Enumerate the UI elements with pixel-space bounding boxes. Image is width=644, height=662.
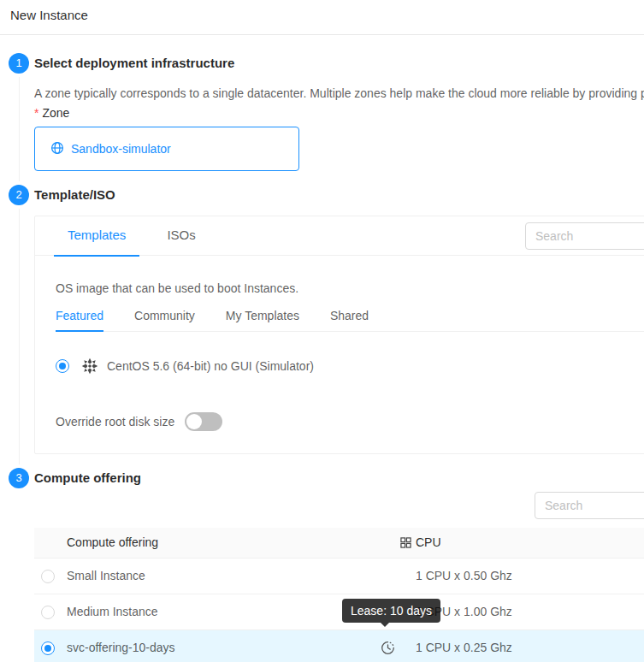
column-header-cpu: CPU xyxy=(400,535,441,549)
zone-card-sandbox-simulator[interactable]: Sandbox-simulator xyxy=(34,127,299,171)
offering-cpu: 1 CPU x 0.50 Ghz xyxy=(416,569,512,582)
compute-offering-table: Compute offering CPU Small Instance xyxy=(34,528,644,662)
toggle-knob xyxy=(186,414,202,429)
template-option-centos[interactable]: CentOS 5.6 (64-bit) no GUI (Simulator) xyxy=(56,358,644,375)
step-2-title: Template/ISO xyxy=(34,185,644,205)
filter-tab-shared[interactable]: Shared xyxy=(330,305,369,331)
template-tab-bar: Templates ISOs xyxy=(35,216,644,256)
offering-cpu: 1 CPU x 0.25 Ghz xyxy=(416,641,512,654)
step-template-iso: 2 Template/ISO Templates ISOs OS image t… xyxy=(9,185,644,468)
offering-name: Small Instance xyxy=(67,569,145,582)
table-header-row: Compute offering CPU xyxy=(34,528,644,559)
step-deployment-infrastructure: 1 Select deployment infrastructure A zon… xyxy=(9,53,644,185)
step-3-number-badge: 3 xyxy=(9,468,29,488)
clock-icon[interactable] xyxy=(381,641,395,655)
compute-offering-search-input[interactable] xyxy=(535,492,644,519)
offering-radio[interactable] xyxy=(41,641,55,655)
zone-description: A zone typically corresponds to a single… xyxy=(34,85,644,102)
table-row-medium-instance[interactable]: Medium Instance 1 CPU x 1.00 Ghz xyxy=(34,594,644,630)
step-connector-line xyxy=(19,77,20,181)
new-instance-page: New Instance 1 Select deployment infrast… xyxy=(0,0,644,662)
centos-logo-icon xyxy=(81,358,98,375)
step-compute-offering: 3 Compute offering Compute offering xyxy=(9,468,644,662)
column-header-compute-offering: Compute offering xyxy=(67,535,158,549)
step-1-title: Select deployment infrastructure xyxy=(34,53,644,74)
wizard-steps: 1 Select deployment infrastructure A zon… xyxy=(0,35,644,662)
template-radio[interactable] xyxy=(56,359,69,373)
template-search-input[interactable] xyxy=(525,222,644,250)
table-row-small-instance[interactable]: Small Instance 1 CPU x 0.50 Ghz xyxy=(34,559,644,594)
template-description: OS image that can be used to boot Instan… xyxy=(56,280,644,297)
table-row-svc-offering-10-days[interactable]: svc-offering-10-days 1 CPU x 0.25 Ghz xyxy=(34,630,644,662)
step-connector-line xyxy=(19,209,20,464)
zone-field-label: *Zone xyxy=(34,104,644,121)
offering-name: svc-offering-10-days xyxy=(67,641,175,654)
offering-name: Medium Instance xyxy=(67,605,158,618)
grid-icon xyxy=(400,537,411,548)
tab-templates[interactable]: Templates xyxy=(54,216,139,256)
offering-radio[interactable] xyxy=(41,570,55,583)
required-mark: * xyxy=(34,106,38,120)
lease-tooltip: Lease: 10 days xyxy=(342,599,440,623)
globe-icon xyxy=(50,141,64,157)
template-name: CentOS 5.6 (64-bit) no GUI (Simulator) xyxy=(107,359,314,373)
filter-tab-featured[interactable]: Featured xyxy=(56,305,103,331)
template-panel: Templates ISOs OS image that can be used… xyxy=(34,216,644,454)
offering-radio[interactable] xyxy=(41,606,55,619)
step-1-number-badge: 1 xyxy=(9,53,29,74)
override-root-disk-row: Override root disk size xyxy=(56,412,644,431)
override-root-disk-label: Override root disk size xyxy=(56,415,174,429)
filter-tab-community[interactable]: Community xyxy=(134,305,195,331)
zone-name: Sandbox-simulator xyxy=(71,142,171,156)
step-2-number-badge: 2 xyxy=(9,185,29,205)
override-root-disk-toggle[interactable] xyxy=(185,412,222,431)
tab-isos[interactable]: ISOs xyxy=(153,216,209,256)
filter-tab-my-templates[interactable]: My Templates xyxy=(226,305,299,331)
page-title: New Instance xyxy=(0,0,644,35)
template-filter-tabs: Featured Community My Templates Shared xyxy=(56,305,644,332)
step-3-title: Compute offering xyxy=(34,468,644,488)
